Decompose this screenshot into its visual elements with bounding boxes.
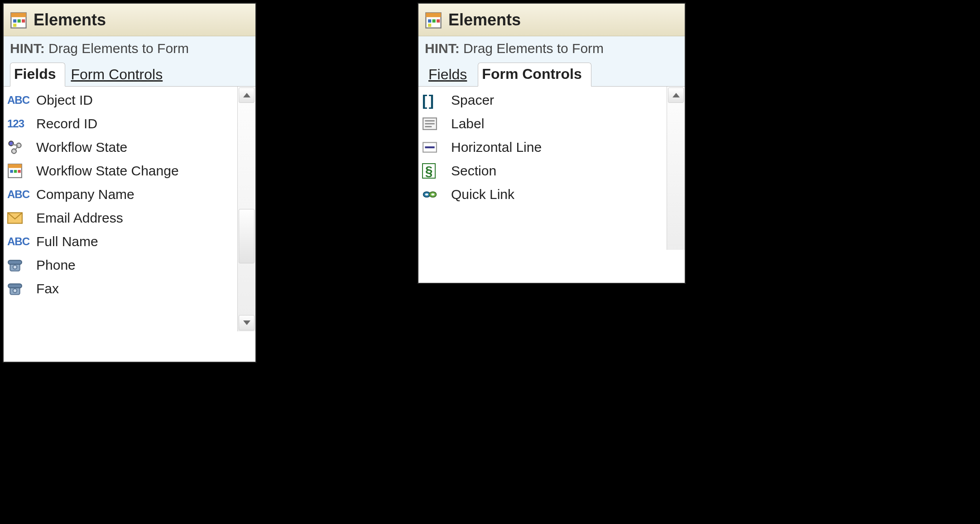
hint-label: HINT: — [425, 41, 460, 56]
horizontal-line-icon — [422, 138, 446, 156]
hint-label: HINT: — [10, 41, 45, 56]
svg-rect-28 — [428, 24, 431, 27]
elements-list: ABC Object ID 123 Record ID Workflo — [4, 87, 236, 302]
arrow-up-icon — [243, 93, 250, 97]
panel-title: Elements — [34, 10, 106, 29]
workflow-icon — [7, 138, 31, 156]
svg-point-37 — [425, 194, 428, 195]
svg-rect-24 — [426, 13, 441, 17]
field-item-workflow-state[interactable]: Workflow State — [7, 136, 235, 159]
field-label: Fax — [36, 281, 235, 296]
control-item-spacer[interactable]: [ ] Spacer — [422, 88, 665, 112]
elements-panel-fields: Elements HINT: Drag Elements to Form Fie… — [3, 3, 256, 363]
control-label: Spacer — [451, 92, 665, 108]
panel-title: Elements — [448, 10, 521, 29]
control-item-label[interactable]: Label — [422, 112, 665, 136]
field-item-record-id[interactable]: 123 Record ID — [7, 112, 235, 136]
tab-fields[interactable]: Fields — [425, 63, 476, 87]
svg-rect-3 — [18, 19, 21, 22]
email-icon — [7, 209, 31, 227]
elements-list: [ ] Spacer Label — [418, 87, 666, 208]
spacer-icon: [ ] — [422, 91, 446, 109]
svg-rect-14 — [14, 170, 17, 173]
section-icon: § — [422, 162, 446, 180]
field-label: Phone — [36, 257, 235, 273]
arrow-down-icon — [243, 320, 250, 325]
control-label: Section — [451, 163, 665, 179]
calendar-grid-icon — [425, 12, 441, 28]
control-item-quick-link[interactable]: Quick Link — [422, 183, 665, 206]
elements-list-container: [ ] Spacer Label — [418, 87, 685, 250]
svg-rect-15 — [18, 170, 20, 173]
phone-icon — [7, 280, 31, 298]
calendar-grid-icon — [7, 162, 31, 180]
panel-header: Elements — [4, 4, 255, 36]
elements-panel-form-controls: Elements HINT: Drag Elements to Form Fie… — [418, 3, 686, 284]
svg-point-19 — [13, 265, 17, 269]
field-label: Workflow State — [36, 140, 235, 155]
svg-rect-5 — [13, 24, 16, 27]
tab-strip: Fields Form Controls — [418, 62, 685, 87]
field-label: Object ID — [36, 92, 235, 108]
scrollbar[interactable] — [237, 87, 255, 331]
number-field-icon: 123 — [7, 115, 31, 133]
scroll-up-button[interactable] — [668, 87, 684, 103]
text-field-icon: ABC — [7, 91, 31, 109]
svg-rect-21 — [8, 284, 22, 288]
field-label: Company Name — [36, 187, 235, 202]
field-item-phone[interactable]: Phone — [7, 253, 235, 277]
link-icon — [422, 185, 446, 204]
svg-point-38 — [431, 194, 434, 195]
control-item-horizontal-line[interactable]: Horizontal Line — [422, 136, 665, 159]
scroll-up-button[interactable] — [239, 87, 255, 103]
field-item-workflow-state-change[interactable]: Workflow State Change — [7, 159, 235, 183]
tab-form-controls[interactable]: Form Controls — [67, 63, 172, 87]
svg-rect-26 — [432, 19, 436, 22]
field-item-company-name[interactable]: ABC Company Name — [7, 183, 235, 206]
arrow-up-icon — [673, 93, 680, 97]
scroll-thumb[interactable] — [239, 209, 255, 263]
tab-strip: Fields Form Controls — [4, 62, 255, 87]
field-item-object-id[interactable]: ABC Object ID — [7, 88, 235, 112]
control-item-section[interactable]: § Section — [422, 159, 665, 183]
scrollbar[interactable] — [667, 87, 685, 250]
hint-body: Drag Elements to Form — [463, 41, 604, 56]
field-item-fax[interactable]: Fax — [7, 277, 235, 301]
calendar-grid-icon — [10, 12, 26, 28]
hint-text: HINT: Drag Elements to Form — [418, 36, 685, 62]
hint-text: HINT: Drag Elements to Form — [4, 36, 255, 62]
svg-point-22 — [13, 289, 17, 293]
svg-rect-13 — [10, 170, 13, 173]
scroll-down-button[interactable] — [239, 315, 255, 330]
control-label: Horizontal Line — [451, 140, 665, 155]
text-field-icon: ABC — [7, 233, 31, 251]
phone-icon — [7, 256, 31, 274]
svg-rect-1 — [11, 13, 26, 17]
svg-rect-2 — [13, 19, 16, 22]
field-item-email-address[interactable]: Email Address — [7, 206, 235, 230]
field-label: Full Name — [36, 234, 235, 249]
label-icon — [422, 115, 446, 133]
hint-body: Drag Elements to Form — [48, 41, 189, 56]
text-field-icon: ABC — [7, 185, 31, 204]
svg-rect-4 — [22, 19, 25, 22]
panel-header: Elements — [418, 4, 685, 36]
tab-form-controls[interactable]: Form Controls — [478, 63, 591, 87]
field-label: Email Address — [36, 210, 235, 226]
tab-fields[interactable]: Fields — [10, 63, 65, 87]
elements-list-container: ABC Object ID 123 Record ID Workflo — [4, 87, 255, 331]
svg-rect-25 — [428, 19, 431, 22]
svg-rect-12 — [8, 164, 22, 168]
field-label: Workflow State Change — [36, 163, 235, 179]
field-label: Record ID — [36, 116, 235, 131]
svg-rect-18 — [8, 260, 22, 264]
svg-line-10 — [15, 146, 18, 150]
svg-rect-27 — [437, 19, 440, 22]
control-label: Quick Link — [451, 187, 665, 202]
field-item-full-name[interactable]: ABC Full Name — [7, 230, 235, 253]
control-label: Label — [451, 116, 665, 131]
